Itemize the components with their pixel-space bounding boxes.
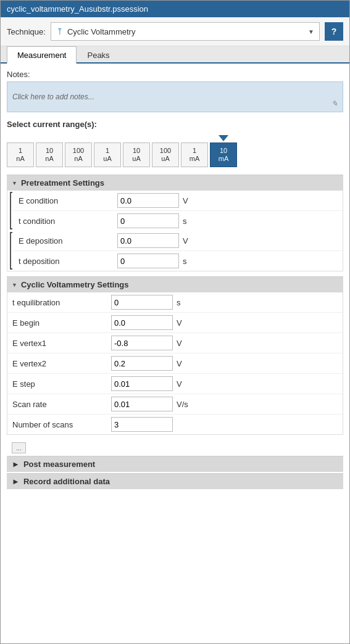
range-btn-1ma[interactable]: 1mA — [181, 142, 208, 167]
post-collapse-icon: ► — [12, 460, 20, 469]
help-button[interactable]: ? — [325, 22, 343, 41]
label-evertex2: E vertex2 — [12, 359, 111, 368]
label-tequil: t equilibration — [12, 298, 111, 307]
range-btn-10ua[interactable]: 10uA — [123, 142, 150, 167]
dots-button[interactable]: ... — [12, 442, 26, 453]
form-row-ebegin: E begin V — [7, 313, 343, 333]
input-evertex2[interactable] — [111, 356, 173, 371]
unit-evertex1: V — [177, 339, 195, 348]
form-row-econdition: E condition V — [14, 191, 343, 211]
indicator-cell-3 — [94, 133, 121, 141]
notes-box[interactable]: Click here to add notes... ✎ — [7, 81, 343, 112]
input-evertex1[interactable] — [111, 336, 173, 350]
label-evertex1: E vertex1 — [12, 339, 111, 348]
cv-collapse-icon: ▼ — [12, 282, 17, 288]
cv-settings-header-label: Cyclic Voltammetry Settings — [21, 280, 129, 289]
label-estep: E step — [12, 379, 111, 389]
label-tdeposition: t deposition — [19, 257, 117, 266]
range-btn-100ua[interactable]: 100uA — [152, 142, 179, 167]
unit-estep: V — [177, 379, 195, 389]
indicator-cell-4 — [123, 133, 150, 141]
unit-evertex2: V — [177, 359, 195, 368]
technique-icon: ⤒ — [56, 27, 64, 36]
indicator-cell-0 — [7, 133, 34, 141]
unit-tequil: s — [177, 298, 195, 307]
range-buttons-wrapper: 1nA 10nA 100nA 1uA 10uA 100uA 1mA 10mA — [7, 142, 343, 167]
form-row-evertex1: E vertex1 V — [7, 333, 343, 353]
input-edeposition[interactable] — [117, 233, 179, 248]
unit-tdeposition: s — [183, 257, 201, 266]
bracket-b — [10, 232, 12, 270]
notes-label: Notes: — [7, 70, 343, 79]
input-estep[interactable] — [111, 376, 173, 391]
pretreatment-header-label: Pretreatment Settings — [21, 178, 104, 188]
label-ebegin: E begin — [12, 318, 111, 328]
unit-edeposition: V — [183, 236, 201, 246]
form-row-estep: E step V — [7, 374, 343, 394]
form-row-tequil: t equilibration s — [7, 292, 343, 313]
tabs-bar: Measurement Peaks — [1, 46, 349, 64]
tab-peaks[interactable]: Peaks — [77, 46, 120, 64]
range-btn-10na[interactable]: 10nA — [36, 142, 63, 167]
unit-scanrate: V/s — [177, 400, 195, 409]
input-ebegin[interactable] — [111, 315, 173, 330]
technique-dropdown[interactable]: ⤒ Cyclic Voltammetry ▼ — [51, 22, 320, 41]
input-econdition[interactable] — [117, 193, 179, 208]
post-measurement-section[interactable]: ► Post measurement — [7, 456, 343, 472]
cv-settings-header[interactable]: ▼ Cyclic Voltammetry Settings — [7, 276, 343, 292]
input-tdeposition[interactable] — [117, 254, 179, 268]
indicator-cell-7 — [210, 133, 237, 141]
label-edeposition: E deposition — [19, 236, 117, 246]
current-range-section: Select current range(s): 1nA 10nA 100nA … — [7, 120, 343, 167]
pretreatment-group-a: E condition V t condition s — [7, 191, 343, 231]
current-range-label: Select current range(s): — [7, 120, 343, 129]
form-row-scanrate: Scan rate V/s — [7, 394, 343, 415]
edit-icon: ✎ — [331, 99, 338, 108]
label-scanrate: Scan rate — [12, 400, 111, 409]
form-row-numscans: Number of scans — [7, 415, 343, 434]
cv-settings-content: t equilibration s E begin V E vertex1 V … — [7, 292, 343, 435]
input-tcondition[interactable] — [117, 213, 179, 228]
range-indicator-triangle — [219, 135, 228, 141]
pretreatment-section: ▼ Pretreatment Settings E condition V t … — [7, 175, 343, 271]
indicator-cell-6 — [181, 133, 208, 141]
cv-settings-section: ▼ Cyclic Voltammetry Settings t equilibr… — [7, 276, 343, 456]
range-btn-1na[interactable]: 1nA — [7, 142, 34, 167]
form-row-evertex2: E vertex2 V — [7, 353, 343, 374]
form-row-tdeposition: t deposition s — [14, 251, 343, 271]
technique-row: Technique: ⤒ Cyclic Voltammetry ▼ ? — [1, 17, 349, 46]
label-numscans: Number of scans — [12, 420, 111, 429]
label-tcondition: t condition — [19, 217, 117, 226]
indicator-cell-2 — [65, 133, 92, 141]
window-title: cyclic_voltammetry_Ausubstr.pssession — [7, 4, 148, 14]
technique-value: Cyclic Voltammetry — [67, 27, 308, 36]
tab-measurement[interactable]: Measurement — [7, 46, 77, 64]
input-tequil[interactable] — [111, 295, 173, 310]
content-area: Notes: Click here to add notes... ✎ Sele… — [1, 64, 349, 643]
notes-section: Notes: Click here to add notes... ✎ — [7, 70, 343, 112]
dots-button-wrapper: ... — [7, 440, 343, 456]
bracket-a — [10, 192, 12, 229]
range-btn-10ma[interactable]: 10mA — [210, 142, 237, 167]
indicator-cell-1 — [36, 133, 63, 141]
pretreatment-group-b: E deposition V t deposition s — [7, 231, 343, 271]
input-scanrate[interactable] — [111, 397, 173, 411]
unit-tcondition: s — [183, 217, 201, 226]
pretreatment-content: E condition V t condition s E deposition — [7, 191, 343, 271]
input-numscans[interactable] — [111, 417, 173, 432]
indicator-cell-5 — [152, 133, 179, 141]
technique-label: Technique: — [7, 27, 46, 36]
record-additional-section[interactable]: ► Record additional data — [7, 473, 343, 489]
range-btn-100na[interactable]: 100nA — [65, 142, 92, 167]
record-collapse-icon: ► — [12, 477, 20, 486]
unit-ebegin: V — [177, 318, 195, 328]
pretreatment-header[interactable]: ▼ Pretreatment Settings — [7, 175, 343, 191]
range-btn-1ua[interactable]: 1uA — [94, 142, 121, 167]
chevron-down-icon: ▼ — [308, 28, 314, 35]
post-measurement-label: Post measurement — [23, 460, 95, 469]
form-row-edeposition: E deposition V — [14, 231, 343, 251]
main-window: cyclic_voltammetry_Ausubstr.pssession Te… — [0, 0, 350, 644]
pretreatment-collapse-icon: ▼ — [12, 180, 17, 186]
unit-econdition: V — [183, 196, 201, 205]
title-bar: cyclic_voltammetry_Ausubstr.pssession — [1, 1, 349, 17]
